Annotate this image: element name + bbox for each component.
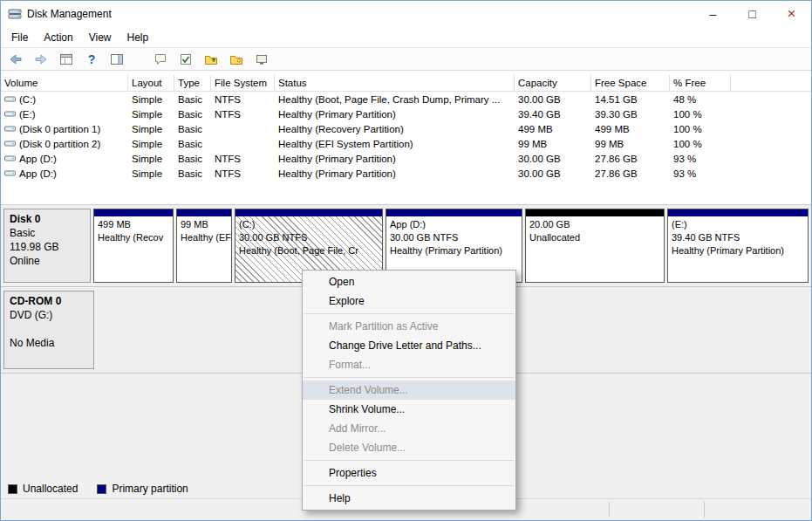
table-row[interactable]: App (D:) Simple Basic NTFS Healthy (Prim…: [1, 166, 811, 181]
disk-management-window: Disk Management – □ × File Action View H…: [0, 0, 812, 521]
partition-efi[interactable]: 99 MB Healthy (EF: [176, 209, 232, 283]
partition-status: Healthy (Primary Partition): [672, 244, 804, 257]
column-header-layout[interactable]: Layout: [128, 75, 174, 91]
cell-type: Basic: [174, 154, 211, 164]
unallocated-label: Unallocated: [23, 483, 78, 495]
disk-size: 119.98 GB: [10, 240, 85, 254]
cell-fs: NTFS: [211, 94, 275, 105]
partition-status: Healthy (Primary Partition): [390, 244, 518, 257]
cdrom-status: No Media: [10, 336, 88, 350]
disk-type: Basic: [10, 226, 85, 240]
primary-partition-band: [668, 209, 808, 216]
partition-size: 99 MB: [181, 218, 228, 231]
cell-fs: NTFS: [211, 154, 275, 164]
menu-separator: [304, 485, 514, 486]
volume-name: (Disk 0 partition 1): [19, 124, 100, 134]
folder-up-icon[interactable]: [202, 51, 220, 68]
menubar: File Action View Help: [1, 27, 811, 47]
volume-list: Volume Layout Type File System Status Ca…: [1, 75, 811, 181]
menu-view[interactable]: View: [81, 30, 119, 45]
popup-help-icon[interactable]: [152, 51, 169, 68]
partition-status: Healthy (Boot, Page File, Cr: [239, 244, 379, 257]
column-header-pctfree[interactable]: % Free: [670, 75, 731, 91]
cell-type: Basic: [174, 168, 211, 179]
cell-pct: 93 %: [670, 154, 731, 164]
cell-type: Basic: [174, 109, 211, 120]
table-row[interactable]: (C:) Simple Basic NTFS Healthy (Boot, Pa…: [1, 92, 811, 106]
menu-item-change-drive-letter[interactable]: Change Drive Letter and Paths...: [303, 336, 515, 355]
cell-pct: 100 %: [670, 139, 731, 149]
cell-pct: 100 %: [670, 124, 731, 134]
check-disk-icon[interactable]: [177, 51, 194, 68]
menu-item-shrink-volume[interactable]: Shrink Volume...: [303, 400, 515, 419]
drive-icon: [4, 124, 16, 134]
partition-size: 30.00 GB NTFS: [239, 231, 379, 244]
help-icon[interactable]: ?: [83, 51, 100, 68]
column-header-volume[interactable]: Volume: [1, 75, 128, 91]
menu-help[interactable]: Help: [119, 30, 157, 45]
partition-recovery[interactable]: 499 MB Healthy (Recov: [93, 209, 174, 283]
partition-status: Healthy (EF: [181, 231, 228, 244]
disk0-info[interactable]: Disk 0 Basic 119.98 GB Online: [3, 209, 91, 283]
cell-type: Basic: [174, 124, 211, 134]
drive-icon: [4, 109, 16, 119]
unallocated-band: [526, 209, 664, 216]
menu-file[interactable]: File: [3, 30, 36, 45]
table-row[interactable]: App (D:) Simple Basic NTFS Healthy (Prim…: [1, 151, 811, 166]
column-header-capacity[interactable]: Capacity: [515, 75, 591, 91]
drive-icon: [4, 139, 16, 148]
table-row[interactable]: (Disk 0 partition 1) Simple Basic Health…: [1, 121, 811, 136]
cell-pct: 93 %: [670, 168, 731, 179]
menu-separator: [304, 313, 514, 314]
cdrom-info[interactable]: CD-ROM 0 DVD (G:) No Media: [3, 291, 94, 369]
unallocated-swatch: [8, 484, 17, 494]
minimize-button[interactable]: –: [693, 1, 733, 27]
partition-e[interactable]: (E:) 39.40 GB NTFS Healthy (Primary Part…: [667, 209, 809, 283]
menu-item-properties[interactable]: Properties: [303, 463, 515, 483]
partition-unallocated[interactable]: 20.00 GB Unallocated: [525, 209, 665, 283]
menu-item-open[interactable]: Open: [303, 272, 515, 291]
partition-size: 20.00 GB: [529, 218, 660, 231]
cell-type: Basic: [174, 94, 211, 105]
menu-separator: [304, 460, 514, 461]
back-icon[interactable]: [7, 51, 24, 68]
cell-free: 499 MB: [591, 124, 670, 134]
partition-size: 499 MB: [98, 218, 169, 231]
disk-status: Online: [10, 254, 85, 268]
table-row[interactable]: (E:) Simple Basic NTFS Healthy (Primary …: [1, 106, 811, 121]
primary-partition-band: [94, 209, 173, 216]
maximize-button[interactable]: □: [733, 1, 772, 27]
column-header-status[interactable]: Status: [275, 75, 515, 91]
cell-capacity: 30.00 GB: [515, 94, 591, 105]
forward-icon[interactable]: [32, 51, 50, 68]
cdrom-name: CD-ROM 0: [10, 294, 88, 308]
table-row[interactable]: (Disk 0 partition 2) Simple Basic Health…: [1, 136, 811, 151]
close-button[interactable]: ×: [772, 1, 811, 27]
primary-partition-band: [177, 209, 231, 216]
menu-item-format: Format...: [303, 355, 515, 374]
action-pane-icon[interactable]: [108, 51, 126, 68]
drive-icon: [4, 168, 16, 178]
menu-action[interactable]: Action: [36, 30, 80, 45]
column-header-freespace[interactable]: Free Space: [591, 75, 670, 91]
app-icon: [8, 8, 22, 20]
screen-icon[interactable]: [253, 51, 270, 68]
cell-type: Basic: [174, 139, 211, 149]
console-tree-icon[interactable]: [58, 51, 75, 68]
primary-partition-swatch: [97, 484, 106, 494]
cell-fs: NTFS: [211, 168, 275, 179]
toolbar: ?: [1, 47, 811, 71]
folder-new-icon[interactable]: [228, 51, 245, 68]
menu-item-mark-partition-active: Mark Partition as Active: [303, 317, 515, 336]
cell-capacity: 30.00 GB: [515, 154, 591, 164]
drive-icon: [4, 94, 16, 104]
cell-free: 27.86 GB: [591, 154, 670, 164]
volume-name: (Disk 0 partition 2): [19, 139, 100, 149]
column-header-filesystem[interactable]: File System: [211, 75, 275, 91]
partition-size: 30.00 GB NTFS: [390, 231, 518, 244]
cell-status: Healthy (Boot, Page File, Crash Dump, Pr…: [275, 94, 515, 105]
column-header-type[interactable]: Type: [174, 75, 211, 91]
menu-item-explore[interactable]: Explore: [303, 291, 515, 311]
partition-letter: (C:): [239, 218, 379, 231]
menu-item-help[interactable]: Help: [303, 489, 515, 508]
